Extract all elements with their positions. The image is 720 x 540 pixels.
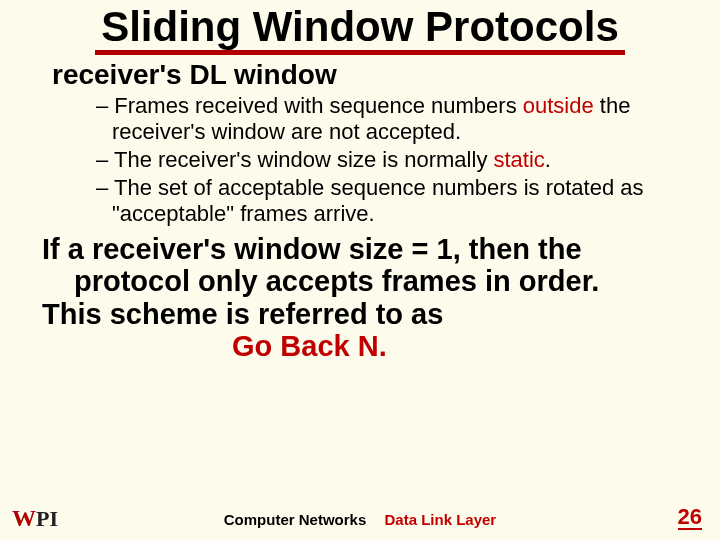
list-item: Frames received with sequence numbers ou…: [96, 93, 670, 145]
bullet-emph: outside: [523, 93, 594, 118]
bullet-text: The receiver's window size is normally: [114, 147, 494, 172]
slide-footer: W PI Computer Networks Data Link Layer 2…: [0, 502, 720, 532]
bullet-text: .: [545, 147, 551, 172]
bullet-text: The set of acceptable sequence numbers i…: [112, 175, 644, 226]
paragraph: If a receiver's window size = 1, then th…: [42, 233, 670, 298]
slide-subtitle: receiver's DL window: [52, 59, 720, 91]
footer-course: Computer Networks: [224, 511, 367, 528]
paragraph: This scheme is referred to as: [42, 298, 443, 330]
page-number: 26: [678, 505, 702, 530]
list-item: The set of acceptable sequence numbers i…: [96, 175, 670, 227]
slide-title: Sliding Window Protocols: [95, 4, 625, 55]
bullet-list: Frames received with sequence numbers ou…: [96, 93, 670, 227]
body-paragraphs: If a receiver's window size = 1, then th…: [42, 233, 670, 363]
list-item: The receiver's window size is normally s…: [96, 147, 670, 173]
footer-center: Computer Networks Data Link Layer: [0, 511, 720, 528]
go-back-n: Go Back N.: [42, 330, 670, 362]
bullet-text: Frames received with sequence numbers: [114, 93, 522, 118]
footer-topic: Data Link Layer: [384, 511, 496, 528]
bullet-emph: static: [494, 147, 545, 172]
